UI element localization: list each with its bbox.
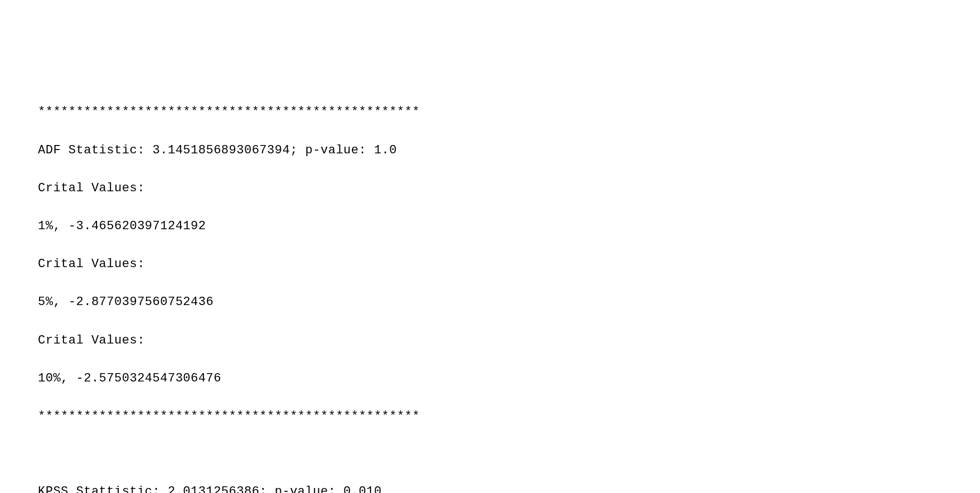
notebook-output: ****************************************… bbox=[38, 84, 980, 493]
separator-line: ****************************************… bbox=[38, 407, 980, 426]
adf-critical-value-1: 1%, -3.465620397124192 bbox=[38, 217, 980, 236]
adf-critical-label-10: Crital Values: bbox=[38, 331, 980, 350]
adf-critical-value-10: 10%, -2.5750324547306476 bbox=[38, 369, 980, 388]
kpss-statistic-line: KPSS Stattistic: 2.0131256386; p-value: … bbox=[38, 482, 980, 493]
adf-critical-label-5: Crital Values: bbox=[38, 255, 980, 274]
blank-line bbox=[38, 445, 980, 463]
adf-statistic-line: ADF Statistic: 3.1451856893067394; p-val… bbox=[38, 141, 980, 160]
adf-critical-value-5: 5%, -2.8770397560752436 bbox=[38, 293, 980, 312]
separator-line: ****************************************… bbox=[38, 103, 980, 122]
adf-critical-label-1: Crital Values: bbox=[38, 179, 980, 198]
